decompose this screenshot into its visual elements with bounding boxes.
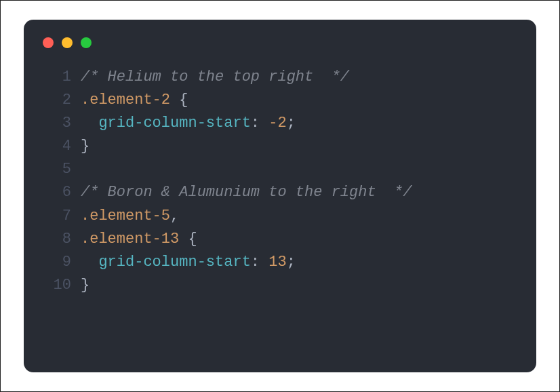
code-line: 2.element-2 { (41, 89, 519, 112)
line-content: .element-13 { (81, 228, 519, 251)
code-line: 4} (41, 135, 519, 158)
zoom-icon[interactable] (81, 37, 92, 48)
line-number: 2 (41, 89, 81, 112)
code-line: 9 grid-column-start: 13; (41, 251, 519, 274)
code-token: .element-2 (81, 92, 170, 109)
code-token: grid-column-start (98, 254, 250, 271)
line-number: 4 (41, 135, 81, 158)
line-number: 6 (41, 181, 81, 204)
code-token: grid-column-start (98, 115, 250, 132)
line-content: } (81, 274, 519, 297)
code-token: -2 (268, 115, 286, 132)
close-icon[interactable] (43, 37, 54, 48)
line-number: 7 (41, 205, 81, 228)
code-line: 3 grid-column-start: -2; (41, 112, 519, 135)
code-token: : (251, 115, 268, 132)
outer-frame: 1/* Helium to the top right */2.element-… (0, 0, 560, 392)
code-line: 6/* Boron & Alumunium to the right */ (41, 181, 519, 204)
code-line: 10} (41, 274, 519, 297)
code-token: .element-5 (81, 208, 170, 224)
line-content: } (81, 135, 519, 158)
code-token: 13 (268, 254, 286, 271)
code-token: /* Helium to the top right */ (81, 68, 349, 85)
line-content: grid-column-start: 13; (81, 251, 519, 274)
line-content: /* Boron & Alumunium to the right */ (81, 181, 519, 204)
minimize-icon[interactable] (62, 37, 73, 48)
line-number: 8 (41, 228, 81, 251)
line-content: .element-2 { (81, 89, 519, 112)
line-content (81, 158, 519, 181)
line-number: 3 (41, 112, 81, 135)
line-number: 5 (41, 158, 81, 181)
code-token (81, 254, 98, 271)
code-token: } (81, 277, 89, 294)
code-line: 1/* Helium to the top right */ (41, 66, 519, 89)
line-number: 10 (41, 274, 81, 297)
code-token: .element-13 (81, 231, 179, 248)
line-content: .element-5, (81, 205, 519, 228)
code-token: : (251, 254, 268, 271)
line-content: grid-column-start: -2; (81, 112, 519, 135)
code-token: /* Boron & Alumunium to the right */ (81, 184, 412, 201)
code-token: , (170, 208, 179, 224)
code-token: { (170, 92, 188, 109)
code-token: ; (287, 254, 296, 271)
code-line: 8.element-13 { (41, 228, 519, 251)
code-line: 5 (41, 158, 519, 181)
code-block: 1/* Helium to the top right */2.element-… (41, 66, 519, 297)
line-number: 9 (41, 251, 81, 274)
code-token: { (179, 231, 197, 248)
line-number: 1 (41, 66, 81, 89)
code-token (81, 115, 98, 132)
code-window: 1/* Helium to the top right */2.element-… (24, 20, 536, 372)
code-line: 7.element-5, (41, 205, 519, 228)
line-content: /* Helium to the top right */ (81, 66, 519, 89)
code-token: ; (287, 115, 296, 132)
code-token: } (81, 138, 89, 155)
window-controls (41, 35, 519, 66)
